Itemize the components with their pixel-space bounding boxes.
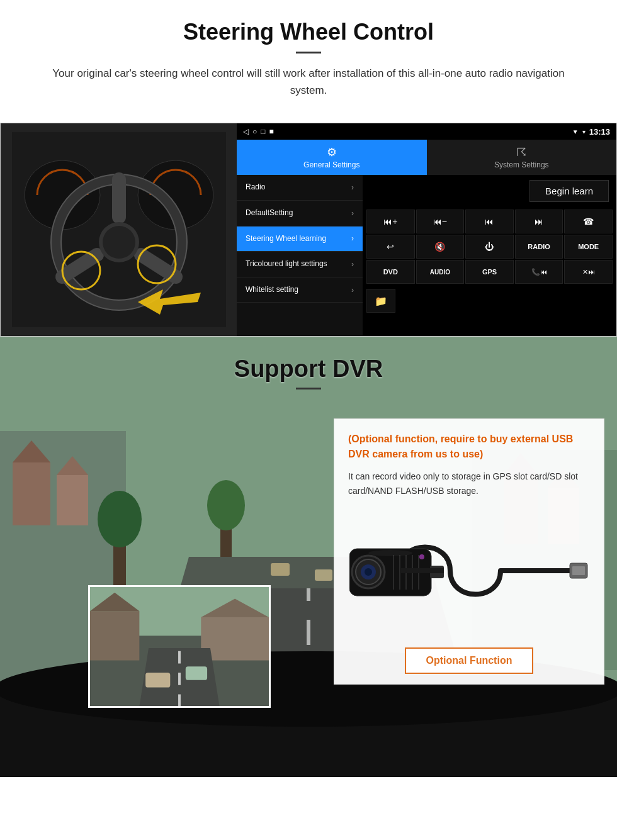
status-bar: ◁ ○ □ ■ ▼ ▾ 13:13 [237,123,616,140]
menu-arrow-default: › [351,209,354,218]
begin-learn-row: Begin learn [363,175,616,207]
dvr-section: Support DVR (Optional fu [0,337,617,777]
svg-point-53 [365,568,372,576]
left-menu: Radio › DefaultSetting › Steering Wheel … [237,175,363,336]
dvr-title: Support DVR [0,356,617,383]
dvr-optional-text: (Optional function, require to buy exter… [348,432,590,462]
ctrl-call-prev[interactable]: 📞⏮ [515,260,563,284]
svg-rect-44 [145,673,170,688]
ctrl-power[interactable]: ⏻ [465,235,514,259]
menu-arrow-radio: › [351,183,354,192]
ctrl-vol-prev[interactable]: ⏮+ [366,210,415,233]
ctrl-vol-down-prev[interactable]: ⏮− [416,210,465,233]
title-divider [296,52,321,53]
menu-item-default-label: DefaultSetting [246,208,293,218]
menu-item-default[interactable]: DefaultSetting › [237,201,363,227]
svg-rect-26 [271,563,290,576]
wifi-icon: ▾ [582,128,586,135]
menu-item-radio-label: Radio [246,182,265,193]
svg-rect-48 [572,566,585,575]
general-settings-icon: ⚙ [327,145,337,159]
menu-item-tricolour[interactable]: Tricoloured light settings › [237,252,363,277]
svg-rect-40 [201,617,269,661]
ctrl-dvd[interactable]: DVD [366,260,415,284]
controls-grid-row1: ⏮+ ⏮− ⏮ ⏭ ☎ ↩ 🔇 ⏻ RADIO MODE DVD AUDIO G… [363,207,616,286]
dvr-info-panel: (Optional function, require to buy exter… [334,418,604,685]
signal-icon: ▼ [572,128,579,135]
page-title: Steering Wheel Control [38,19,579,45]
svg-rect-45 [186,667,207,681]
begin-learn-button[interactable]: Begin learn [529,180,609,202]
tab-general[interactable]: ⚙ General Settings [237,140,427,175]
recents-icon[interactable]: □ [261,127,265,136]
steering-wheel-image [1,123,237,336]
status-time: 13:13 [589,127,610,137]
nav-icons: ◁ ○ □ ■ [243,127,274,136]
menu-item-whitelist-label: Whitelist setting [246,285,298,295]
system-icons: ▼ ▾ 13:13 [572,127,610,137]
dvr-camera-illustration [348,508,590,634]
subtitle-text: Your original car's steering wheel contr… [50,65,567,99]
svg-rect-38 [90,612,139,661]
home-icon[interactable]: ○ [252,127,257,136]
ctrl-gps[interactable]: GPS [465,260,514,284]
menu-controls-area: Radio › DefaultSetting › Steering Wheel … [237,175,616,336]
menu-item-whitelist[interactable]: Whitelist setting › [237,277,363,303]
tab-system-label: System Settings [494,160,549,169]
steering-demo: ◁ ○ □ ■ ▼ ▾ 13:13 ⚙ General Settings ☈ S… [0,123,617,337]
menu-item-radio[interactable]: Radio › [237,175,363,201]
ctrl-back[interactable]: ↩ [366,235,415,259]
menu-item-tricolour-label: Tricoloured light settings [246,259,327,269]
ctrl-folder[interactable]: 📁 [366,289,395,313]
ctrl-mute[interactable]: 🔇 [416,235,465,259]
dvr-title-area: Support DVR [0,337,617,402]
right-controls: Begin learn ⏮+ ⏮− ⏮ ⏭ ☎ ↩ 🔇 ⏻ RADIO MODE… [363,175,616,336]
menu-arrow-steering: › [351,234,354,243]
android-screen: ◁ ○ □ ■ ▼ ▾ 13:13 ⚙ General Settings ☈ S… [237,123,616,336]
ctrl-radio[interactable]: RADIO [515,235,563,259]
menu-item-steering[interactable]: Steering Wheel learning › [237,227,363,252]
inset-road-image [88,585,271,708]
ctrl-prev-track[interactable]: ⏮ [465,210,514,233]
ctrl-phone[interactable]: ☎ [564,210,613,233]
system-settings-icon: ☈ [516,145,526,159]
header-section: Steering Wheel Control Your original car… [0,0,617,111]
svg-rect-27 [315,569,332,581]
menu-arrow-tricolour: › [351,260,354,269]
svg-point-61 [368,550,412,556]
inset-road-svg [90,585,269,708]
dvr-body-text: It can record video only to storage in G… [348,469,590,498]
menu-icon[interactable]: ■ [269,127,274,136]
svg-point-22 [207,480,245,530]
ctrl-audio[interactable]: AUDIO [416,260,465,284]
ctrl-hang-next[interactable]: ✕⏭ [564,260,613,284]
dvr-title-divider [296,388,321,389]
svg-rect-15 [13,462,50,525]
dvr-background: Support DVR (Optional fu [0,337,617,777]
back-icon[interactable]: ◁ [243,127,249,136]
settings-tabs: ⚙ General Settings ☈ System Settings [237,140,616,175]
optional-function-button[interactable]: Optional Function [405,647,534,674]
ctrl-next-track[interactable]: ⏭ [515,210,563,233]
svg-point-60 [419,554,424,559]
svg-rect-17 [57,475,88,525]
ctrl-mode[interactable]: MODE [564,235,613,259]
svg-point-20 [98,491,142,547]
dvr-camera-svg [349,514,589,627]
steering-wheel-svg [12,132,226,327]
tab-general-label: General Settings [303,160,359,169]
menu-arrow-whitelist: › [351,286,354,294]
tab-system[interactable]: ☈ System Settings [427,140,617,175]
folder-row: 📁 [363,286,616,315]
menu-item-steering-label: Steering Wheel learning [246,234,326,244]
svg-point-9 [103,226,135,259]
